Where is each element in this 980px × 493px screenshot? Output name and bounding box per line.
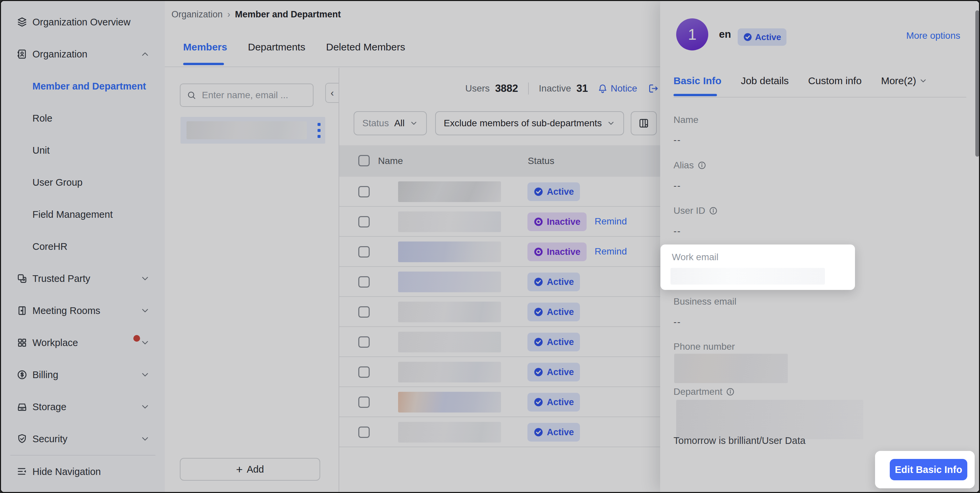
work-email-field-label: Work email	[672, 252, 719, 263]
admin-console-window: Organization Overview Organization Membe…	[0, 0, 980, 493]
edit-basic-info-spotlight-card: Edit Basic Info	[875, 451, 975, 488]
redacted-work-email-value	[670, 268, 825, 285]
work-email-spotlight-card: Work email	[660, 244, 855, 290]
edit-basic-info-button[interactable]: Edit Basic Info	[890, 459, 967, 480]
